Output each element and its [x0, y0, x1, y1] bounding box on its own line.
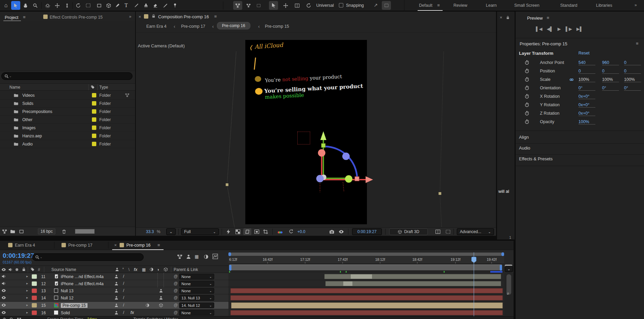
quality-toggle[interactable]: /: [123, 288, 124, 293]
shy-column-icon[interactable]: [115, 267, 119, 272]
trash-icon[interactable]: [61, 229, 67, 234]
view-axis-mode-button[interactable]: [254, 1, 263, 10]
layer-name-selected[interactable]: Pre-comp 15: [61, 303, 88, 308]
timeline-tab-earn-era-4[interactable]: Earn Era 4: [15, 243, 35, 248]
project-item-name[interactable]: Audio: [22, 142, 33, 146]
reset-button[interactable]: Reset: [578, 51, 590, 55]
guides-icon[interactable]: [254, 229, 259, 234]
keyframe-marker[interactable]: [444, 271, 445, 273]
comp-timecode[interactable]: 0:00:19:27: [352, 228, 382, 235]
pickwhip-icon[interactable]: @: [174, 274, 178, 279]
gizmo-mode-label[interactable]: Universal: [316, 3, 334, 8]
layer-name[interactable]: iPhone …nd Effect.m4a: [61, 274, 104, 279]
resolution-dropdown[interactable]: Full⌄: [181, 228, 219, 235]
parent-dropdown[interactable]: None⌄: [179, 310, 214, 316]
zoom-menu-button[interactable]: ⌄: [166, 228, 176, 235]
zoom-tool[interactable]: [31, 1, 40, 10]
next-frame-button[interactable]: ▌▶: [566, 26, 572, 31]
stopwatch-icon[interactable]: [524, 85, 529, 90]
expand-arrow-icon[interactable]: ▸: [26, 303, 28, 307]
graph-editor-icon[interactable]: [212, 253, 218, 259]
gizmo-origin-circle[interactable]: [316, 175, 324, 182]
toggle-switches-button[interactable]: Toggle Switches / Modes: [133, 317, 178, 319]
anchor-y-value[interactable]: 960: [602, 60, 619, 65]
project-item-name[interactable]: Solids: [22, 101, 33, 106]
quality-toggle[interactable]: /: [123, 310, 124, 315]
expand-arrow-icon[interactable]: ▸: [26, 281, 28, 285]
orientation-x-value[interactable]: 0°: [578, 86, 595, 91]
3d-view-dropdown[interactable]: Advanced...⌄: [457, 228, 494, 235]
orientation-z-value[interactable]: 0°: [624, 86, 641, 91]
preview-menu-icon[interactable]: ≡: [547, 15, 549, 20]
project-row[interactable]: Solids Folder: [0, 99, 135, 108]
gizmo-position-button[interactable]: [281, 1, 290, 10]
stamp-tool[interactable]: [141, 1, 150, 10]
current-timecode[interactable]: 0:00:19:27: [3, 252, 34, 259]
layer-name[interactable]: Solid: [61, 311, 70, 315]
label-color-chip[interactable]: [92, 101, 96, 106]
gizmo-handle-red-circle[interactable]: [318, 149, 325, 157]
parent-dropdown[interactable]: None⌄: [179, 274, 214, 279]
navigator-end-handle[interactable]: [501, 252, 504, 256]
shy-toggle-icon[interactable]: [114, 289, 119, 293]
label-color-chip[interactable]: [92, 93, 96, 97]
crop-icon[interactable]: [263, 229, 268, 234]
keyframe-marker[interactable]: [346, 271, 347, 273]
tab-effect-controls[interactable]: Effect Controls Pre-comp 15: [50, 15, 103, 20]
track-row-11[interactable]: [228, 273, 504, 280]
collapse-column-icon[interactable]: *: [122, 267, 124, 272]
pixel-aspect-icon[interactable]: [445, 229, 451, 234]
navigator-range[interactable]: [231, 253, 501, 256]
audio-enabled-speaker-icon[interactable]: [1, 274, 6, 279]
camera-marquee-tool[interactable]: [83, 1, 93, 10]
lock-column-icon[interactable]: [22, 267, 26, 272]
source-name-column[interactable]: Source Name: [51, 267, 76, 272]
label-color-chip[interactable]: [92, 142, 96, 146]
stopwatch-icon[interactable]: [524, 102, 529, 107]
project-search-input[interactable]: ⌄: [1, 72, 132, 80]
stopwatch-icon[interactable]: [524, 94, 529, 99]
shy-toggle-icon[interactable]: [114, 281, 119, 286]
fx-column-icon[interactable]: fx: [134, 267, 138, 272]
orientation-y-value[interactable]: 0°: [602, 86, 619, 91]
work-area-bar[interactable]: [229, 265, 502, 270]
motion-blur-column-icon[interactable]: [149, 267, 154, 272]
workspace-tab-review[interactable]: Review: [453, 3, 467, 8]
unlock-icon[interactable]: [151, 14, 156, 18]
resize-grip-icon[interactable]: ⌀: [507, 291, 509, 296]
new-composition-button[interactable]: [19, 229, 24, 234]
column-name[interactable]: Name: [9, 85, 20, 90]
stopwatch-icon[interactable]: [524, 60, 529, 65]
gizmo-select-button[interactable]: [269, 1, 278, 10]
layer-bar-null-13[interactable]: [230, 288, 503, 293]
pickwhip-icon[interactable]: @: [174, 288, 178, 293]
gizmo-scale-handle-green[interactable]: [321, 143, 325, 147]
play-button[interactable]: ▶: [558, 26, 561, 31]
cube-tool[interactable]: [104, 1, 113, 10]
label-column-tag-icon[interactable]: [30, 267, 35, 272]
layer-bar-audio-12[interactable]: [325, 281, 501, 286]
quality-toggle[interactable]: /: [123, 295, 124, 300]
transform-gizmo[interactable]: [294, 115, 378, 196]
project-row[interactable]: Audio Folder: [0, 140, 135, 148]
project-row[interactable]: Hanzo.aep Folder: [0, 132, 135, 140]
track-row-13[interactable]: [228, 287, 504, 294]
layer-bar-solid-16[interactable]: [230, 310, 503, 315]
stopwatch-icon[interactable]: [524, 77, 529, 82]
anchor-z-value[interactable]: 0: [624, 60, 641, 65]
expand-arrow-icon[interactable]: ▸: [26, 296, 28, 299]
comp-mini-flowchart-icon[interactable]: [177, 254, 182, 259]
home-tool[interactable]: ⌂: [1, 1, 10, 10]
workspace-menu-icon[interactable]: ≡: [437, 3, 440, 8]
project-item-name[interactable]: Precompositions: [22, 109, 52, 114]
breadcrumb-pre-comp-15[interactable]: Pre-comp 15: [265, 24, 289, 29]
pen-tool[interactable]: [113, 1, 122, 10]
breadcrumb-earn-era-4[interactable]: Earn Era 4: [146, 24, 167, 29]
local-axis-mode-button[interactable]: [233, 1, 242, 10]
gizmo-handle-green-circle[interactable]: [345, 175, 352, 183]
timeline-search-input[interactable]: ⌄: [32, 253, 144, 261]
pickwhip-icon[interactable]: @: [174, 310, 178, 315]
stopwatch-icon[interactable]: [524, 119, 529, 124]
orbit-camera-tool[interactable]: [43, 1, 52, 10]
project-panel-menu-icon[interactable]: ≡: [23, 15, 26, 20]
